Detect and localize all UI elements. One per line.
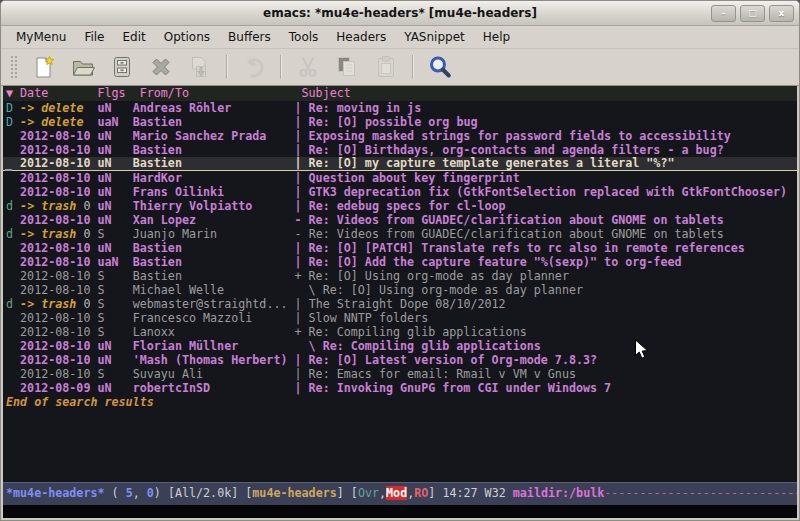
text-segment: 0 — [147, 486, 154, 500]
message-row[interactable]: 2012-08-09 uN robertcInSD | Re: Invoking… — [3, 381, 797, 395]
menu-file[interactable]: File — [75, 28, 113, 46]
text-segment: 2012-08-10 uN 'Mash (Thomas Herbert) | R… — [6, 353, 597, 367]
text-segment: 2012-08-10 S Bastien + Re: [O] Using org… — [6, 269, 569, 283]
text-segment: *mu4e-headers* — [6, 486, 105, 500]
text-segment — [90, 199, 97, 213]
message-row[interactable]: 2012-08-10 uN Florian Müllner \ Re: Comp… — [3, 339, 797, 353]
text-segment: RO — [414, 486, 428, 500]
toolbar-grip-handle[interactable] — [10, 55, 19, 79]
headers-column-header[interactable]: ▼ Date Flgs From/To Subject — [3, 86, 797, 101]
text-segment: 2012-08-10 uN Mario Sanchez Prada | Expo… — [6, 129, 731, 143]
menu-headers[interactable]: Headers — [327, 28, 395, 46]
text-segment: maildir:/bulk — [513, 486, 604, 500]
text-segment — [83, 115, 97, 129]
maximize-button[interactable]: □ — [740, 5, 765, 22]
menu-yasnippet[interactable]: YASnippet — [395, 28, 474, 46]
message-row[interactable]: 2012-08-10 uN HardKor | Question about k… — [3, 171, 797, 185]
text-segment: , — [133, 486, 147, 500]
close-button[interactable]: x — [769, 5, 794, 22]
cut-icon — [288, 52, 327, 82]
message-row[interactable]: 2012-08-10 S Bastien + Re: [O] Using org… — [3, 269, 797, 283]
close-buffer-icon[interactable] — [141, 52, 180, 82]
text-segment: 2012-08-10 uN HardKor | Question about k… — [6, 171, 520, 185]
message-row[interactable]: 2012-08-10 uN 'Mash (Thomas Herbert) | R… — [3, 353, 797, 367]
copy-icon — [327, 52, 366, 82]
title-bar[interactable]: emacs: *mu4e-headers* [mu4e-headers] -□x — [1, 1, 799, 26]
message-row[interactable]: 2012-08-10 uN Mario Sanchez Prada | Expo… — [3, 129, 797, 143]
tool-bar — [1, 49, 799, 86]
text-segment — [83, 101, 97, 115]
toolbar-separator — [226, 55, 227, 79]
text-segment: d — [6, 227, 13, 241]
window-buttons: -□x — [711, 5, 794, 22]
search-icon[interactable] — [420, 52, 459, 82]
text-segment: uN Andreas Röhler | Re: moving in js — [98, 101, 422, 115]
text-segment: End of search results — [6, 395, 154, 409]
text-segment: -> delete — [20, 101, 83, 115]
text-segment: d — [6, 199, 13, 213]
end-of-results-marker: End of search results — [3, 395, 797, 409]
save-buffer-icon[interactable] — [102, 52, 141, 82]
text-segment — [90, 227, 97, 241]
paste-icon — [366, 52, 405, 82]
open-file-icon[interactable] — [63, 52, 102, 82]
text-segment: 2012-08-10 uN Xan Lopez - Re: Videos fro… — [6, 213, 724, 227]
message-row[interactable]: d -> trash 0 uN Thierry Volpiatto | Re: … — [3, 199, 797, 213]
undo-icon — [234, 52, 273, 82]
toolbar-separator — [280, 55, 281, 79]
message-row[interactable]: d -> trash 0 S Juanjo Marin - Re: Videos… — [3, 227, 797, 241]
text-cursor — [5, 169, 12, 171]
text-segment: 2012-08-10 uN Bastien | Re: [O] [PATCH] … — [6, 241, 745, 255]
message-row[interactable]: 2012-08-10 S Suvayu Ali | Re: Emacs for … — [3, 367, 797, 381]
text-segment: mu4e-headers — [252, 486, 336, 500]
headers-list: D -> delete uN Andreas Röhler | Re: movi… — [3, 101, 797, 409]
text-segment: 2012-08-10 uaN Bastien | Re: [O] Add the… — [6, 255, 682, 269]
message-row[interactable]: 2012-08-10 uN Xan Lopez - Re: Videos fro… — [3, 213, 797, 227]
mouse-cursor — [634, 339, 650, 365]
menu-buffers[interactable]: Buffers — [219, 28, 280, 46]
text-segment: Mod — [386, 486, 407, 500]
text-segment: ▼ Date Flgs From/To Subject — [6, 86, 351, 100]
text-segment: 2012-08-10 S Lanoxx + Re: Compiling glib… — [6, 325, 527, 339]
text-segment: 2012-08-10 uN Bastien | Re: [O] Birthday… — [6, 143, 724, 157]
menu-edit[interactable]: Edit — [114, 28, 155, 46]
text-segment: ----------------------------------------… — [604, 486, 797, 500]
message-row[interactable]: D -> delete uN Andreas Röhler | Re: movi… — [3, 101, 797, 115]
menu-options[interactable]: Options — [155, 28, 219, 46]
text-segment: D — [6, 115, 13, 129]
message-row[interactable]: 2012-08-10 uN Bastien | Re: [O] [PATCH] … — [3, 241, 797, 255]
mode-line[interactable]: *mu4e-headers* ( 5, 0) [All/2.0k] [mu4e-… — [3, 482, 797, 505]
text-segment: -> delete — [20, 115, 83, 129]
text-segment: -> trash — [20, 297, 76, 311]
message-row[interactable]: d -> trash 0 S webmaster@straightd... | … — [3, 297, 797, 311]
buffer-area: ▼ Date Flgs From/To Subject D -> delete … — [3, 86, 797, 518]
text-segment: 2012-08-10 S Michael Welle \ Re: [O] Usi… — [6, 283, 583, 297]
text-segment: ] [ — [337, 486, 358, 500]
text-segment: ( — [105, 486, 126, 500]
text-segment: S Juanjo Marin - Re: Videos from GUADEC/… — [98, 227, 724, 241]
text-segment: ) [All/2.0k] [ — [154, 486, 253, 500]
emacs-window: emacs: *mu4e-headers* [mu4e-headers] -□x… — [0, 0, 800, 521]
toolbar-separator — [412, 55, 413, 79]
text-segment: S webmaster@straightd... | The Straight … — [98, 297, 506, 311]
echo-area[interactable] — [3, 505, 797, 518]
message-row[interactable]: 2012-08-10 uN Bastien | Re: [O] my captu… — [3, 157, 797, 171]
minimize-button[interactable]: - — [711, 5, 736, 22]
text-segment — [90, 297, 97, 311]
text-segment: Ovr — [358, 486, 379, 500]
message-row[interactable]: 2012-08-10 S Francesco Mazzoli | Slow NN… — [3, 311, 797, 325]
text-segment: ] 14:27 W32 — [428, 486, 512, 500]
message-row[interactable]: 2012-08-10 S Michael Welle \ Re: [O] Usi… — [3, 283, 797, 297]
message-row[interactable]: 2012-08-10 uaN Bastien | Re: [O] Add the… — [3, 255, 797, 269]
new-file-icon[interactable] — [24, 52, 63, 82]
menu-mymenu[interactable]: MyMenu — [7, 28, 75, 46]
text-segment: 2012-08-10 S Suvayu Ali | Re: Emacs for … — [6, 367, 576, 381]
menu-bar: MyMenuFileEditOptionsBuffersToolsHeaders… — [1, 26, 799, 49]
text-segment: 2012-08-10 uN Bastien | Re: [O] my captu… — [6, 157, 674, 170]
message-row[interactable]: 2012-08-10 S Lanoxx + Re: Compiling glib… — [3, 325, 797, 339]
menu-tools[interactable]: Tools — [280, 28, 328, 46]
menu-help[interactable]: Help — [474, 28, 519, 46]
message-row[interactable]: 2012-08-10 uN Frans Oilinki | GTK3 depre… — [3, 185, 797, 199]
message-row[interactable]: D -> delete uaN Bastien | Re: [O] possib… — [3, 115, 797, 129]
message-row[interactable]: 2012-08-10 uN Bastien | Re: [O] Birthday… — [3, 143, 797, 157]
